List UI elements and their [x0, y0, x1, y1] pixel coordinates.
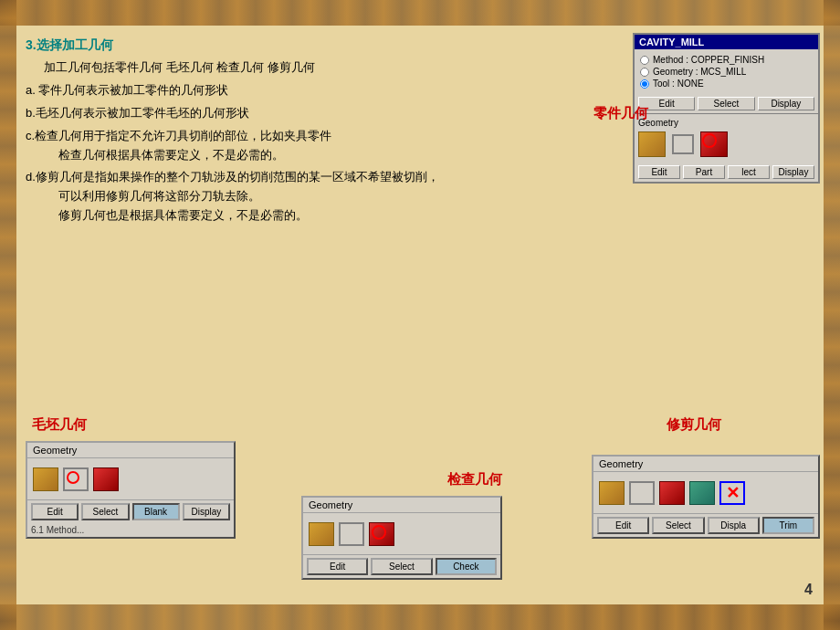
trim-icon-wire: [629, 481, 655, 505]
display-button-top[interactable]: Display: [758, 97, 814, 110]
blank-edit-btn[interactable]: Edit: [31, 503, 79, 520]
check-edit-btn[interactable]: Edit: [307, 558, 368, 575]
geo-panel-check-btns: Edit Select Check: [303, 554, 500, 578]
text-block: 3.选择加工几何 加工几何包括零件几何 毛坯几何 检查几何 修剪几何 a. 零件…: [26, 35, 493, 226]
check-icon-gold: [309, 522, 334, 546]
cad-top-buttons: Edit Select Display: [635, 94, 818, 113]
select-button-top[interactable]: Select: [698, 97, 754, 110]
heading: 3.选择加工几何: [26, 35, 493, 55]
red-circle-check: [372, 525, 386, 540]
geometry-label: Geometry: [638, 118, 814, 128]
trim-edit-btn[interactable]: Edit: [597, 517, 649, 534]
blank-icon-gold: [33, 467, 58, 491]
cad-bottom-buttons: Edit Part lect Display: [635, 163, 818, 182]
geo-panel-trim-body: ✕: [593, 472, 818, 513]
check-select-btn[interactable]: Select: [371, 558, 432, 575]
check-icon-wire: [339, 522, 364, 546]
geo-panel-trim-header: Geometry: [593, 457, 818, 472]
item-a: a. 零件几何表示被加工零件的几何形状: [26, 81, 493, 100]
blank-icon-wire-container: [63, 467, 89, 491]
geo-panel-check-header: Geometry: [303, 498, 500, 513]
trim-icon-gold: [599, 481, 625, 505]
item-c: c.检查几何用于指定不允许刀具切削的部位，比如夹具零件: [26, 127, 493, 146]
item-d: d.修剪几何是指如果操作的整个刀轨涉及的切削范围的某一区域不希望被切削，: [26, 168, 493, 187]
annotation-trim: 修剪几何: [667, 416, 721, 434]
trim-icon-red: [659, 481, 685, 505]
blank-select-btn[interactable]: Select: [81, 503, 129, 520]
geo-panel-check-body: [303, 513, 500, 554]
red-circle-part: [702, 133, 717, 148]
geo-panel-trim: Geometry ✕ Edit Select Displa Trim: [592, 455, 820, 539]
blank-sub-label: 6.1 Method...: [27, 523, 234, 537]
display-button-bottom[interactable]: Display: [772, 165, 814, 179]
trim-icon-x: ✕: [719, 481, 745, 505]
trim-select-btn[interactable]: Select: [652, 517, 704, 534]
check-icon-red-container: [369, 522, 394, 546]
check-check-btn[interactable]: Check: [436, 558, 497, 575]
part-button[interactable]: Part: [683, 165, 725, 179]
icon-part-cube: [638, 131, 666, 157]
radio-tool-input[interactable]: [640, 79, 649, 89]
item-c-cont: 检查几何根据具体需要定义，不是必需的。: [26, 146, 493, 165]
radio-tool[interactable]: Tool : NONE: [640, 79, 813, 89]
border-right: [824, 0, 840, 630]
trim-trim-btn[interactable]: Trim: [762, 517, 814, 534]
cad-title: CAVITY_MILL: [635, 35, 818, 49]
cad-icons-row-top: [638, 130, 814, 159]
item-d-cont1: 可以利用修剪几何将这部分刀轨去除。: [26, 187, 493, 206]
border-top: [0, 0, 840, 26]
blank-display-btn[interactable]: Display: [183, 503, 230, 520]
red-circle-blank: [67, 471, 79, 484]
cad-radio-group: Method : COPPER_FINISH Geometry : MCS_MI…: [635, 49, 818, 94]
cad-panel-top: CAVITY_MILL Method : COPPER_FINISH Geome…: [633, 33, 820, 184]
blank-icon-red: [93, 467, 119, 491]
geo-panel-trim-btns: Edit Select Displa Trim: [593, 513, 818, 537]
radio-geometry[interactable]: Geometry : MCS_MILL: [640, 67, 813, 77]
radio-method-label: Method : COPPER_FINISH: [653, 55, 764, 65]
radio-method-input[interactable]: [640, 56, 649, 65]
cad-geometry-area: Geometry: [635, 113, 818, 163]
geo-panel-check: Geometry Edit Select Check: [301, 496, 502, 580]
annotation-check: 检查几何: [447, 471, 502, 488]
blank-icon-wire: [63, 467, 89, 491]
blank-blank-btn[interactable]: Blank: [132, 503, 180, 520]
trim-icon-teal: [689, 481, 715, 505]
item-d-cont2: 修剪几何也是根据具体需要定义，不是必需的。: [26, 206, 493, 226]
lect-button[interactable]: lect: [728, 165, 770, 179]
sub-heading: 加工几何包括零件几何 毛坯几何 检查几何 修剪几何: [26, 58, 493, 78]
icon-part-solid-red-container: [700, 131, 728, 157]
radio-geometry-input[interactable]: [640, 68, 649, 77]
icon-part-wire: [669, 131, 697, 157]
radio-method[interactable]: Method : COPPER_FINISH: [640, 55, 813, 65]
annotation-blank: 毛坯几何: [32, 416, 87, 434]
trim-displa-btn[interactable]: Displa: [708, 517, 760, 534]
geo-panel-blank: Geometry Edit Select Blank Display 6.1 M…: [26, 441, 236, 539]
radio-geometry-label: Geometry : MCS_MILL: [653, 67, 746, 77]
slide-content: 3.选择加工几何 加工几何包括零件几何 毛坯几何 检查几何 修剪几何 a. 零件…: [0, 0, 840, 630]
radio-tool-label: Tool : NONE: [653, 79, 704, 89]
page-number: 4: [804, 582, 813, 598]
geo-panel-blank-body: [27, 458, 234, 499]
border-bottom: [0, 604, 840, 630]
annotation-zero-part: 零件几何: [593, 105, 648, 122]
border-left: [0, 0, 16, 630]
geo-panel-blank-btns: Edit Select Blank Display: [27, 499, 234, 523]
edit-button-bottom[interactable]: Edit: [638, 165, 680, 179]
item-b: b.毛坯几何表示被加工零件毛坯的几何形状: [26, 104, 493, 123]
geo-panel-blank-header: Geometry: [27, 443, 234, 458]
